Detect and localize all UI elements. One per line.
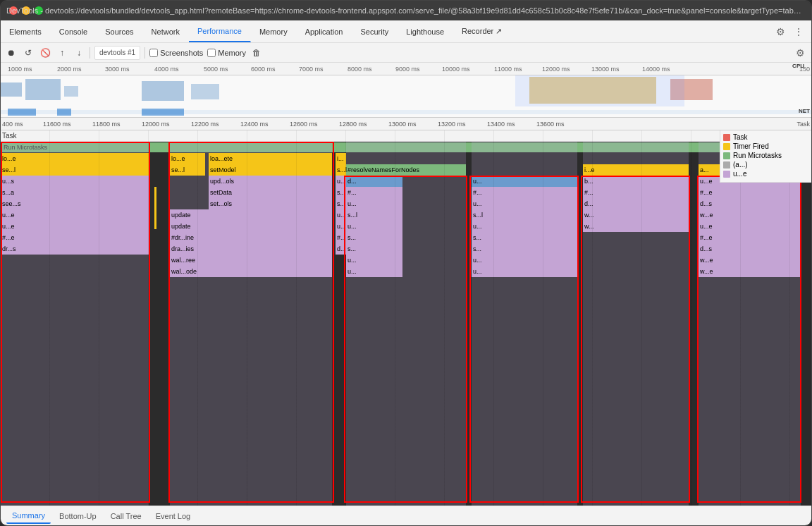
bar-r10-5: u... — [472, 255, 577, 266]
legend-ue-label: u...e — [733, 170, 746, 178]
svg-rect-10 — [57, 109, 71, 116]
window-title: DevTools - devtools://devtools/bundled/d… — [6, 6, 803, 15]
bar-r10-7: w...e — [699, 255, 801, 266]
ruler2-13600: 13600 ms — [536, 121, 565, 128]
bar-r6-3: u... — [336, 209, 346, 221]
screenshots-checkbox[interactable] — [149, 49, 158, 57]
title-bar: DevTools - devtools://devtools/bundled/d… — [1, 1, 811, 20]
legend-task-label: Task — [733, 133, 748, 141]
ruler-tick-12000: 12000 ms — [542, 66, 570, 73]
legend-timer-fired: Timer Fired — [723, 142, 808, 150]
more-options-icon[interactable]: ⋮ — [792, 25, 806, 39]
tab-memory[interactable]: Memory — [251, 20, 297, 42]
net-overview: NET — [1, 107, 811, 117]
bar-r10-2: wal...ree — [170, 255, 332, 266]
purple-bar-r3-2: upd...ols — [209, 176, 332, 187]
tab-recorder[interactable]: Recorder ↗ — [453, 20, 511, 42]
bar-r4-6: #... — [583, 187, 689, 198]
tab-elements[interactable]: Elements — [1, 20, 51, 42]
tab-bottom-up[interactable]: Bottom-Up — [54, 509, 102, 523]
legend-a-label: (a...) — [733, 161, 748, 169]
ruler-tick-3000: 3000 ms — [105, 66, 130, 73]
bar-r9-1: dr...s — [1, 243, 149, 255]
bar-r4-4: #... — [346, 187, 402, 198]
svg-rect-2 — [64, 86, 78, 97]
bar-r5-1: see...s — [1, 198, 149, 209]
bar-r9-7: d...s — [699, 243, 801, 255]
memory-checkbox-label: Memory — [207, 49, 246, 57]
download-button[interactable]: ↓ — [73, 47, 85, 59]
yellow-bar-r2-5: i...e — [583, 164, 689, 176]
ruler-tick-9000: 9000 ms — [395, 66, 420, 73]
tab-network[interactable]: Network — [143, 20, 189, 42]
bar-r9-3: d... — [336, 243, 346, 255]
ruler-tick-2000: 2000 ms — [57, 66, 82, 73]
bar-r11-4: u... — [346, 266, 402, 277]
net-label: NET — [799, 108, 810, 114]
settings-icon[interactable]: ⚙ — [773, 25, 787, 39]
tab-performance[interactable]: Performance — [189, 20, 251, 42]
bar-r10-4: u... — [346, 255, 402, 266]
reload-record-button[interactable]: ↺ — [22, 47, 35, 59]
svg-rect-7 — [515, 75, 684, 106]
task-row-label: Task — [2, 132, 17, 140]
legend-timer-label: Timer Fired — [733, 142, 769, 150]
yellow-bar-2: lo...e — [170, 153, 205, 164]
svg-rect-1 — [25, 79, 61, 100]
cpu-overview — [1, 75, 811, 106]
record-button[interactable]: ⏺ — [5, 47, 18, 59]
flamechart-canvas[interactable]: Task Run Microtasks lo...e lo. — [1, 130, 811, 506]
bar-r4-7: #...e — [699, 187, 801, 198]
bar-r6-6: w... — [583, 209, 689, 221]
purple-bar-r3-1: u...s — [1, 176, 149, 187]
ruler2-13000: 13000 ms — [388, 121, 417, 128]
purple-bar-r3-3: u... — [336, 176, 346, 187]
bar-r4-3: s... — [336, 187, 346, 198]
ruler2-12600: 12600 ms — [290, 121, 318, 128]
bar-r6-5: s...l — [472, 209, 577, 221]
yellow-bar-r2-3: setModel — [209, 164, 332, 176]
bar-r8-7: #...e — [699, 232, 801, 243]
bar-r5-5: u... — [472, 198, 577, 209]
ruler-tick-4000: 4000 ms — [154, 66, 179, 73]
trash-button[interactable]: 🗑 — [250, 47, 263, 59]
bar-r6-7: w...e — [699, 209, 801, 221]
tab-security[interactable]: Security — [352, 20, 398, 42]
clear-button[interactable]: 🚫 — [39, 47, 51, 59]
gear-icon[interactable]: ⚙ — [793, 46, 807, 60]
blue-bar-r3-2: u... — [472, 176, 577, 187]
memory-checkbox[interactable] — [207, 49, 216, 57]
ruler2-13400: 13400 ms — [487, 121, 515, 128]
tab-call-tree[interactable]: Call Tree — [105, 509, 147, 523]
bar-r7-5: u... — [472, 221, 577, 232]
devtools-window: DevTools - devtools://devtools/bundled/d… — [0, 0, 812, 526]
ruler-tick-14000: 14000 ms — [642, 66, 670, 73]
bar-r9-4: s... — [346, 243, 402, 255]
tab-application[interactable]: Application — [297, 20, 352, 42]
cpu-label: CPU — [792, 63, 804, 69]
bar-r7-6: w... — [583, 221, 689, 232]
timeline-ruler-zoomed: 400 ms 11600 ms 11800 ms 12000 ms 12200 … — [1, 118, 811, 130]
legend-run-microtasks: Run Microtasks — [723, 152, 808, 159]
ruler-tick-11000: 11000 ms — [494, 66, 522, 73]
yellow-bar-r2-2: se...l — [170, 164, 205, 176]
ruler2-11800: 11800 ms — [92, 121, 121, 128]
tab-console[interactable]: Console — [51, 20, 97, 42]
ruler2-12800: 12800 ms — [339, 121, 367, 128]
mini-overview[interactable]: NET — [1, 75, 811, 118]
tab-event-log[interactable]: Event Log — [150, 509, 197, 523]
upload-button[interactable]: ↑ — [56, 47, 68, 59]
yellow-bar-3: loa...ete — [209, 153, 332, 164]
memory-label: Memory — [218, 49, 246, 57]
ruler2-11600: 11600 ms — [43, 121, 71, 128]
tab-summary[interactable]: Summary — [6, 508, 51, 524]
bar-r9-2: dra...ies — [170, 243, 332, 255]
bar-r5-3: s... — [336, 198, 346, 209]
legend-task-color — [723, 134, 730, 141]
ruler2-12400: 12400 ms — [240, 121, 269, 128]
tab-sources[interactable]: Sources — [97, 20, 142, 42]
legend-panel: Task Timer Fired Run Microtasks (a...) u… — [720, 130, 811, 183]
bar-r8-3: #... — [336, 232, 346, 243]
tab-lighthouse[interactable]: Lighthouse — [398, 20, 453, 42]
bar-r4-1: s...a — [1, 187, 149, 198]
